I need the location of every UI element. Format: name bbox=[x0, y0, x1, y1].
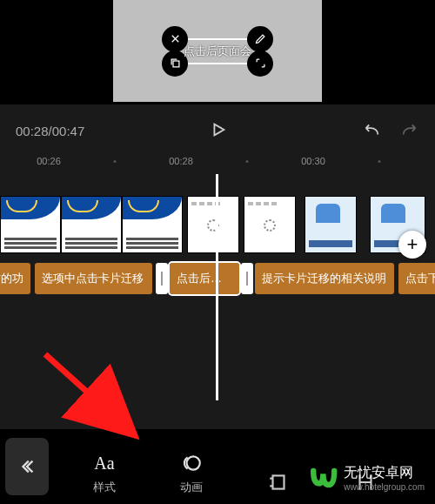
text-clip-selected[interactable]: 点击后页面 bbox=[170, 263, 239, 294]
video-editor-root: 点击后页面会 00:28/00:47 00:26 00:28 00:30 bbox=[0, 0, 435, 504]
tool-option-3[interactable] bbox=[244, 469, 313, 495]
tool-style[interactable]: Aa 样式 bbox=[70, 450, 139, 495]
video-thumb[interactable] bbox=[304, 196, 357, 253]
video-thumb[interactable] bbox=[122, 196, 183, 253]
preview-frame: 点击后页面会 bbox=[113, 0, 322, 102]
video-thumb[interactable] bbox=[187, 196, 239, 253]
watermark-url: www.hotelgroup.com bbox=[344, 482, 425, 492]
text-clip[interactable]: 提示卡片迁移的相关说明 bbox=[255, 263, 394, 294]
play-controls: 00:28/00:47 bbox=[0, 113, 435, 148]
undo-button[interactable] bbox=[362, 120, 381, 142]
tool-animation[interactable]: 动画 bbox=[157, 450, 226, 495]
text-clip[interactable]: 点击下 bbox=[398, 263, 435, 294]
clip-handle-right[interactable] bbox=[241, 263, 253, 294]
tool-label: 动画 bbox=[157, 480, 226, 495]
time-display: 00:28/00:47 bbox=[16, 124, 84, 138]
tool-icon bbox=[244, 469, 313, 495]
back-button[interactable] bbox=[5, 438, 49, 495]
tool-label: 样式 bbox=[70, 480, 139, 495]
svg-point-1 bbox=[187, 456, 200, 469]
video-thumb[interactable] bbox=[61, 196, 122, 253]
playhead[interactable] bbox=[216, 174, 218, 400]
add-clip-button[interactable]: + bbox=[398, 231, 426, 259]
redo-button[interactable] bbox=[400, 120, 419, 142]
timeline-ruler[interactable]: 00:26 00:28 00:30 bbox=[0, 152, 435, 171]
video-thumb[interactable] bbox=[244, 196, 296, 253]
caption-selection-box[interactable]: 点击后页面会 bbox=[162, 26, 273, 77]
text-clip[interactable]: 方的功 bbox=[0, 263, 30, 294]
text-style-icon: Aa bbox=[70, 450, 139, 476]
ruler-tick: 00:30 bbox=[301, 156, 325, 166]
text-clip[interactable]: 选项中点击卡片迁移 bbox=[35, 263, 152, 294]
watermark: 无忧安卓网 www.hotelgroup.com bbox=[311, 464, 425, 492]
watermark-logo-icon bbox=[311, 464, 338, 492]
ruler-tick: 00:28 bbox=[169, 156, 193, 166]
preview-area[interactable]: 点击后页面会 bbox=[0, 0, 435, 104]
ruler-tick: 00:26 bbox=[37, 156, 61, 166]
caption-text[interactable]: 点击后页面会 bbox=[184, 44, 251, 59]
svg-rect-0 bbox=[173, 61, 179, 67]
play-button[interactable] bbox=[209, 120, 228, 142]
video-thumb[interactable] bbox=[0, 196, 61, 253]
animation-icon bbox=[157, 450, 226, 476]
watermark-name: 无忧安卓网 bbox=[344, 464, 425, 482]
svg-rect-2 bbox=[273, 475, 284, 488]
clip-handle-left[interactable] bbox=[156, 263, 168, 294]
